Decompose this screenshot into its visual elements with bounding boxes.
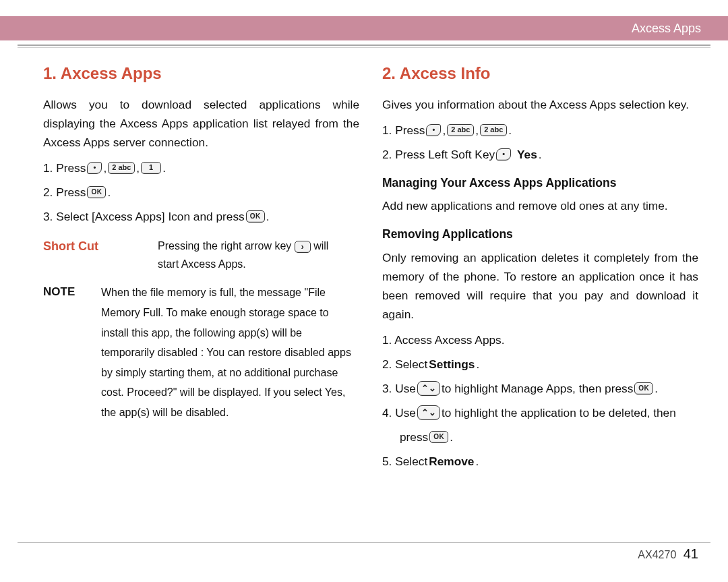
step-text: to highlight Manage Apps, then press	[442, 379, 633, 398]
step-2: 2. Press Left Soft Key • Yes.	[382, 145, 698, 164]
model-number: AX4270	[638, 549, 676, 560]
text: install this app, the following app(s) w…	[101, 323, 359, 343]
step-text: 1. Access Axcess Apps.	[382, 330, 505, 349]
subsection-heading: Removing Applications	[382, 225, 698, 243]
nav-updown-key-icon: ⌃⌄	[417, 381, 440, 396]
footer: AX4270 41	[638, 546, 698, 562]
intro-paragraph: Gives you information about the Axcess A…	[382, 95, 698, 114]
text: will	[313, 240, 328, 252]
shortcut-block: Short Cut Pressing the right arrow key ›…	[43, 237, 359, 273]
step-2: 2. Press OK.	[43, 183, 359, 202]
text: Pressing the right arrow key	[158, 240, 295, 252]
remove-step-4-cont: press OK.	[382, 428, 698, 446]
text: the app(s) will be disabled.	[101, 403, 359, 423]
right-arrow-key-icon: ›	[295, 241, 311, 253]
divider	[18, 47, 710, 48]
step-text: 1. Press	[382, 121, 425, 140]
step-text: to highlight the application to be delet…	[442, 403, 676, 422]
remove-step-4: 4. Use ⌃⌄ to highlight the application t…	[382, 403, 698, 422]
step-text: 2. Press Left Soft Key	[382, 145, 495, 164]
remove-step-1: 1. Access Axcess Apps.	[382, 330, 698, 349]
content-area: 1. Axcess Apps Allows you to download se…	[43, 61, 698, 533]
left-soft-key-icon: •	[426, 124, 441, 136]
left-column: 1. Axcess Apps Allows you to download se…	[43, 61, 359, 533]
left-soft-key-icon: •	[496, 148, 511, 161]
note-block: NOTE When the file memory is full, the m…	[43, 283, 359, 422]
note-label: NOTE	[43, 283, 101, 301]
remove-label: Remove	[429, 452, 474, 471]
step-text: 5. Select	[382, 452, 427, 471]
header-bar: Axcess Apps	[0, 16, 728, 40]
step-text: press	[400, 428, 428, 446]
divider	[18, 542, 710, 543]
settings-label: Settings	[429, 355, 475, 374]
step-text: 2. Select	[382, 355, 427, 374]
step-3: 3. Select [Axcess Apps] Icon and press O…	[43, 207, 359, 226]
step-text: 1. Press	[43, 158, 86, 177]
section-heading: 2. Axcess Info	[382, 61, 698, 87]
nav-updown-key-icon: ⌃⌄	[417, 405, 440, 420]
section-heading: 1. Axcess Apps	[43, 61, 359, 87]
key-2-icon: 2 abc	[447, 124, 474, 136]
ok-key-icon: OK	[429, 431, 448, 443]
ok-key-icon: OK	[87, 186, 106, 198]
step-1: 1. Press •, 2 abc, 2 abc.	[382, 121, 698, 140]
ok-key-icon: OK	[246, 210, 265, 223]
text: cost. Proceed?" will be displayed. If yo…	[101, 382, 359, 403]
text: When the file memory is full, the messag…	[101, 283, 359, 303]
text: temporarily disabled : You can restore d…	[101, 343, 359, 363]
key-2-icon: 2 abc	[108, 162, 135, 174]
left-soft-key-icon: •	[87, 162, 102, 174]
remove-step-3: 3. Use ⌃⌄ to highlight Manage Apps, then…	[382, 379, 698, 398]
note-text: When the file memory is full, the messag…	[101, 283, 359, 422]
right-column: 2. Axcess Info Gives you information abo…	[382, 61, 698, 533]
paragraph: Only removing an application deletes it …	[382, 248, 698, 324]
text: by simply starting them, at no additiona…	[101, 363, 359, 383]
step-text: 3. Select [Axcess Apps] Icon and press	[43, 207, 245, 226]
subsection-heading: Managing Your Axcess Apps Applications	[382, 173, 698, 192]
step-1: 1. Press •, 2 abc, 1.	[43, 158, 359, 177]
page-number: 41	[684, 546, 698, 561]
yes-label: Yes	[517, 145, 537, 164]
remove-step-5: 5. Select Remove.	[382, 452, 698, 471]
step-text: 3. Use	[382, 379, 416, 398]
divider	[18, 45, 710, 46]
text: Memory Full. To make enough storage spac…	[101, 303, 359, 323]
key-1-icon: 1	[141, 162, 161, 174]
shortcut-text: Pressing the right arrow key › will star…	[158, 237, 359, 273]
intro-paragraph: Allows you to download selected applicat…	[43, 95, 359, 152]
remove-step-2: 2. Select Settings.	[382, 355, 698, 374]
ok-key-icon: OK	[634, 382, 653, 395]
header-title: Axcess Apps	[632, 22, 701, 36]
step-text: 2. Press	[43, 183, 86, 202]
key-2-icon: 2 abc	[480, 124, 507, 136]
manual-page: Axcess Apps 1. Axcess Apps Allows you to…	[0, 0, 728, 582]
shortcut-label: Short Cut	[43, 237, 158, 256]
step-text: 4. Use	[382, 403, 416, 422]
paragraph: Add new applications and remove old ones…	[382, 196, 698, 215]
text: start Axcess Apps.	[158, 255, 359, 273]
